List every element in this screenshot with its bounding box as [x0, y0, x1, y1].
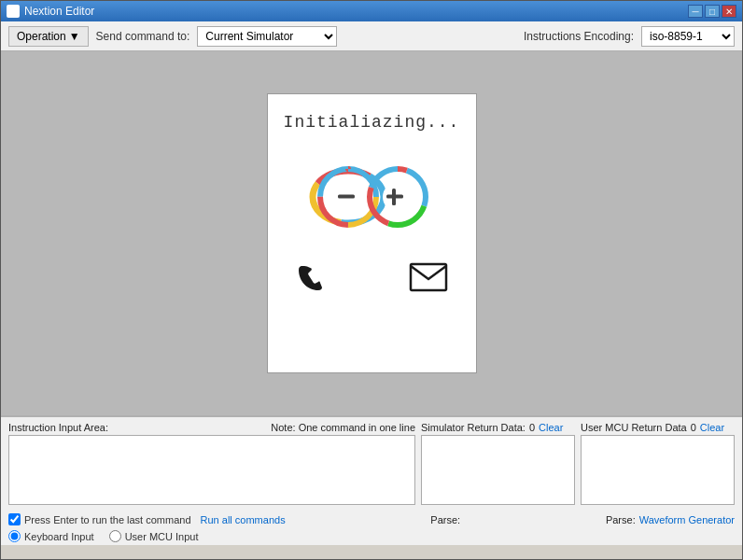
bottom-left-controls: Press Enter to run the last command Run … — [8, 513, 286, 525]
operation-menu-button[interactable]: Operation ▼ — [8, 26, 89, 47]
run-all-link[interactable]: Run all commands — [201, 514, 286, 525]
bottom-headers-row: Instruction Input Area: Note: One comman… — [8, 422, 735, 508]
sim-parse-container: Parse: — [430, 514, 460, 525]
sim-clear-link[interactable]: Clear — [539, 422, 563, 433]
app-icon — [7, 5, 20, 18]
send-command-dropdown[interactable]: Current Simulator — [197, 26, 337, 47]
svg-rect-17 — [411, 264, 446, 290]
sim-return-textarea[interactable] — [421, 435, 575, 505]
svg-rect-16 — [392, 189, 396, 205]
title-bar: Nextion Editor ─ □ ✕ — [1, 1, 742, 21]
sim-return-count: 0 — [529, 422, 535, 433]
radio-group: Keyboard Input User MCU Input — [8, 530, 735, 542]
mcu-input-radio[interactable] — [109, 530, 121, 542]
send-command-label: Send command to: — [96, 30, 190, 43]
mcu-return-label: User MCU Return Data — [581, 422, 687, 433]
mcu-return-container: User MCU Return Data 0 Clear — [581, 422, 735, 505]
enter-run-checkbox-label[interactable]: Press Enter to run the last command — [8, 513, 191, 525]
bottom-section: Instruction Input Area: Note: One comman… — [1, 415, 742, 545]
sim-return-container: Simulator Return Data: 0 Clear — [421, 422, 575, 505]
infinity-logo — [297, 160, 446, 234]
minimize-button[interactable]: ─ — [688, 5, 703, 18]
keyboard-input-radio[interactable] — [8, 530, 21, 542]
phone-icon — [296, 262, 326, 299]
main-area: Initialiazing... — [1, 51, 742, 415]
app-window: Nextion Editor ─ □ ✕ Operation ▼ Send co… — [0, 0, 743, 560]
sim-parse-label: Parse: — [430, 514, 460, 525]
sim-return-header: Simulator Return Data: 0 Clear — [421, 422, 575, 433]
toolbar: Operation ▼ Send command to: Current Sim… — [1, 21, 742, 51]
window-title: Nextion Editor — [24, 5, 688, 18]
svg-rect-14 — [338, 195, 355, 199]
waveform-link[interactable]: Waveform Generator — [639, 514, 735, 525]
encoding-dropdown[interactable]: iso-8859-1 — [641, 26, 735, 47]
mcu-parse-label: Parse: — [606, 514, 636, 525]
keyboard-input-label[interactable]: Keyboard Input — [8, 530, 94, 542]
enter-run-checkbox[interactable] — [8, 513, 21, 525]
mail-icon — [409, 262, 448, 299]
window-controls: ─ □ ✕ — [688, 5, 736, 18]
mcu-return-textarea[interactable] — [581, 435, 735, 505]
instruction-area-label: Instruction Input Area: — [8, 422, 108, 433]
mcu-parse-container: Parse: Waveform Generator — [606, 514, 735, 525]
instruction-textarea[interactable] — [8, 435, 415, 505]
encoding-label: Instructions Encoding: — [524, 30, 634, 43]
mcu-return-count: 0 — [691, 422, 696, 433]
mcu-clear-link[interactable]: Clear — [700, 422, 724, 433]
note-label: Note: One command in one line — [271, 422, 415, 433]
sim-init-text: Initialiazing... — [284, 113, 460, 132]
sim-return-label: Simulator Return Data: — [421, 422, 526, 433]
mcu-return-header: User MCU Return Data 0 Clear — [581, 422, 735, 433]
sim-icons — [277, 262, 467, 299]
instruction-area-container: Instruction Input Area: Note: One comman… — [8, 422, 415, 508]
simulator-screen: Initialiazing... — [267, 93, 477, 373]
close-button[interactable]: ✕ — [722, 5, 736, 18]
maximize-button[interactable]: □ — [705, 5, 720, 18]
mcu-input-label[interactable]: User MCU Input — [109, 530, 199, 542]
